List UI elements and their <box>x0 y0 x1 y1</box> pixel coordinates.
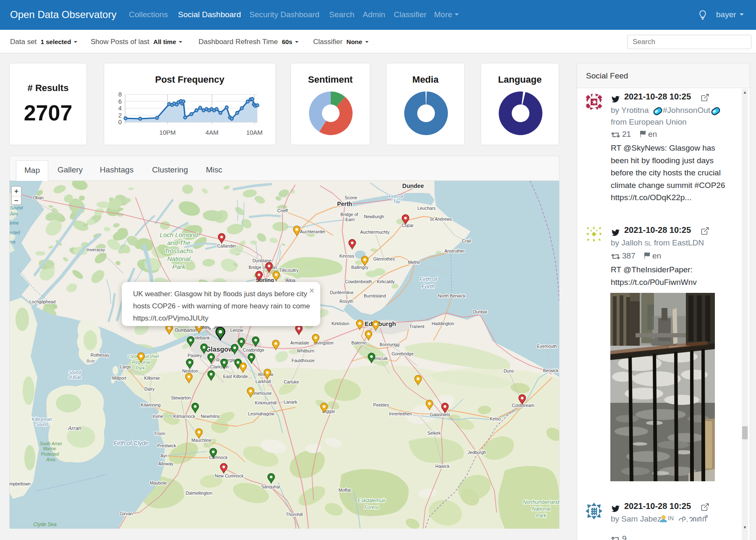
svg-text:Oban: Oban <box>33 195 44 200</box>
svg-text:Innerleithen: Innerleithen <box>389 411 412 416</box>
svg-text:tected: tected <box>10 230 20 235</box>
svg-text:Leuchars: Leuchars <box>417 206 435 211</box>
svg-text:Tay: Tay <box>393 199 401 204</box>
svg-text:Methil: Methil <box>408 260 420 265</box>
svg-text:Area: Area <box>46 457 55 462</box>
svg-text:Sound: Sound <box>36 422 48 427</box>
svg-text:Jura: Jura <box>10 211 18 216</box>
svg-text:Haddington: Haddington <box>432 321 454 326</box>
svg-text:Whitburn: Whitburn <box>297 348 314 353</box>
svg-text:Jedburgh: Jedburgh <box>468 450 486 455</box>
svg-text:Millport: Millport <box>112 376 126 381</box>
svg-text:Sound: Sound <box>69 370 81 375</box>
svg-text:Thornhill: Thornhill <box>286 512 303 517</box>
svg-text:Larkhall: Larkhall <box>256 379 271 384</box>
svg-text:2: 2 <box>118 112 122 119</box>
svg-text:Park: Park <box>173 263 186 270</box>
svg-text:Lanark: Lanark <box>284 399 298 404</box>
svg-text:Anstruther: Anstruther <box>445 248 465 253</box>
svg-text:Maybole: Maybole <box>150 480 167 485</box>
svg-text:Callander: Callander <box>217 243 236 248</box>
svg-text:Stewarton: Stewarton <box>171 395 191 400</box>
svg-text:St Andrews: St Andrews <box>429 217 452 222</box>
svg-text:Glasgow: Glasgow <box>206 346 234 353</box>
svg-text:Newburgh: Newburgh <box>364 214 384 219</box>
svg-text:6: 6 <box>118 98 122 105</box>
svg-text:8: 8 <box>118 91 122 98</box>
svg-text:Rothesay: Rothesay <box>91 352 110 357</box>
svg-text:Dumbarton: Dumbarton <box>175 328 197 333</box>
svg-text:Kirkcaldy: Kirkcaldy <box>377 279 395 284</box>
svg-text:10AM: 10AM <box>246 129 262 136</box>
svg-text:Dunbar: Dunbar <box>473 309 488 314</box>
svg-text:Lenzie: Lenzie <box>230 328 243 333</box>
svg-text:New Cumnock: New Cumnock <box>215 473 244 478</box>
svg-text:Burntisland: Burntisland <box>364 293 386 298</box>
svg-text:Lesmahagow: Lesmahagow <box>248 411 275 416</box>
svg-text:Galashiels: Galashiels <box>429 412 450 417</box>
svg-text:Armadale: Armadale <box>290 340 309 345</box>
svg-text:Bonnyrigg: Bonnyrigg <box>379 342 399 347</box>
svg-text:Balerno: Balerno <box>351 340 366 345</box>
svg-text:Fauldhouse: Fauldhouse <box>292 358 315 363</box>
svg-text:arine: arine <box>10 220 19 225</box>
svg-text:Coldstream: Coldstream <box>512 403 534 408</box>
svg-text:Dundee: Dundee <box>402 183 424 189</box>
svg-text:Kilbrannan: Kilbrannan <box>32 417 52 422</box>
svg-text:Loch Lomond: Loch Lomond <box>160 231 199 238</box>
svg-text:Bute: Bute <box>86 359 95 363</box>
svg-text:South Arran: South Arran <box>40 441 62 446</box>
svg-text:Bridge of: Bridge of <box>340 212 358 217</box>
svg-text:East Kilbride: East Kilbride <box>223 374 248 379</box>
svg-text:North Berwick: North Berwick <box>438 293 466 298</box>
svg-text:Park: Park <box>536 513 547 519</box>
svg-text:Arran: Arran <box>68 425 81 431</box>
svg-text:Auchtermuchty: Auchtermuchty <box>360 230 390 235</box>
svg-text:Paisley: Paisley <box>188 353 202 358</box>
svg-text:Sanquhar: Sanquhar <box>261 484 280 489</box>
svg-text:Peebles: Peebles <box>373 402 389 407</box>
svg-text:Firth of Clyde: Firth of Clyde <box>113 440 148 446</box>
svg-text:Auchterarder: Auchterarder <box>300 229 326 234</box>
svg-text:and The: and The <box>167 239 190 246</box>
svg-text:Kilwinning: Kilwinning <box>141 402 160 407</box>
svg-text:Tillicoultry: Tillicoultry <box>279 268 299 273</box>
svg-text:Forth: Forth <box>421 283 435 290</box>
svg-text:Kilbirnie: Kilbirnie <box>144 376 160 381</box>
svg-text:Park: Park <box>136 365 145 370</box>
svg-text:Firth of: Firth of <box>419 276 437 282</box>
svg-text:Forest: Forest <box>364 504 379 510</box>
svg-text:National: National <box>167 255 191 262</box>
svg-text:Dunfermline: Dunfermline <box>330 290 354 295</box>
svg-text:Perth: Perth <box>337 201 352 207</box>
svg-text:Duns: Duns <box>504 368 514 373</box>
svg-text:National: National <box>532 506 550 512</box>
svg-text:Coatbridge: Coatbridge <box>243 347 264 352</box>
svg-text:Carluke: Carluke <box>284 379 299 384</box>
svg-text:Crail: Crail <box>462 238 471 243</box>
svg-text:Cupar: Cupar <box>402 223 414 228</box>
svg-text:0: 0 <box>118 118 122 125</box>
svg-text:of Bute: of Bute <box>68 375 81 380</box>
svg-text:Ballingry: Ballingry <box>351 265 369 270</box>
svg-text:Troon: Troon <box>154 431 165 436</box>
svg-text:4AM: 4AM <box>206 129 219 136</box>
svg-text:Prestwick: Prestwick <box>157 443 177 448</box>
svg-text:Kelso: Kelso <box>490 416 501 421</box>
svg-text:Campbeltown: Campbeltown <box>10 481 31 486</box>
svg-text:Dalry: Dalry <box>144 386 155 391</box>
svg-text:rea: rea <box>10 239 16 244</box>
svg-text:Crieff: Crieff <box>277 208 288 213</box>
svg-text:Eskdalemuir: Eskdalemuir <box>358 498 386 503</box>
svg-text:Glenrothes: Glenrothes <box>373 256 395 261</box>
svg-text:Selkirk: Selkirk <box>427 430 441 436</box>
svg-text:Girvan: Girvan <box>120 511 133 516</box>
svg-text:Marine: Marine <box>43 446 56 451</box>
svg-text:Earn: Earn <box>345 217 355 222</box>
svg-text:Kilmarnock: Kilmarnock <box>173 414 196 419</box>
svg-text:Protected: Protected <box>41 452 59 457</box>
svg-text:Ayr: Ayr <box>160 453 167 458</box>
svg-text:Alloway: Alloway <box>158 461 174 466</box>
svg-text:10PM: 10PM <box>159 129 175 136</box>
svg-text:4: 4 <box>118 104 122 112</box>
